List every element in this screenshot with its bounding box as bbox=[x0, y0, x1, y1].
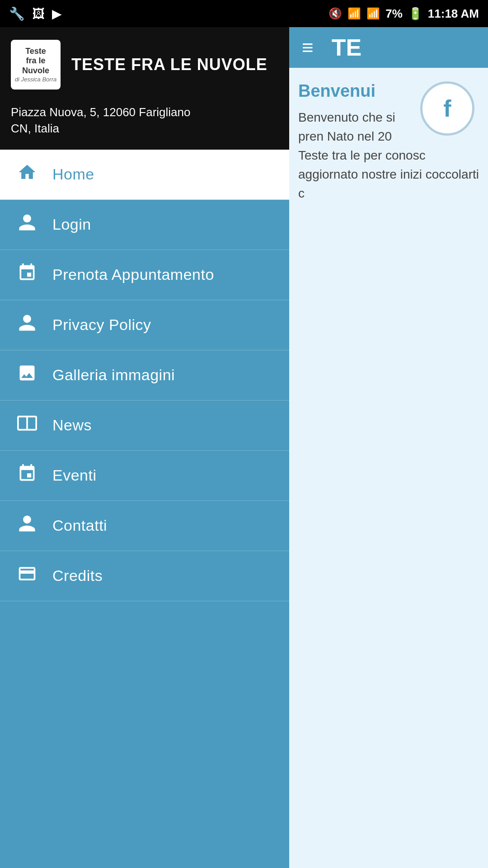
main-container: Teste fra le Nuvole di Jessica Borra TES… bbox=[0, 27, 488, 868]
news-icon bbox=[14, 413, 40, 438]
logo-line2: fra le bbox=[15, 56, 56, 66]
status-bar-left: 🔧 🖼 ▶ bbox=[9, 6, 62, 21]
signal-icon: 📶 bbox=[366, 7, 380, 20]
nav-login[interactable]: Login bbox=[0, 200, 289, 250]
sidebar-header: Teste fra le Nuvole di Jessica Borra TES… bbox=[0, 27, 289, 150]
status-bar-right: 🔇 📶 📶 7% 🔋 11:18 AM bbox=[328, 7, 479, 21]
hamburger-icon[interactable]: ≡ bbox=[302, 36, 314, 59]
top-bar: ≡ TE bbox=[289, 27, 488, 68]
no-sound-icon: 🔇 bbox=[328, 7, 342, 20]
nav-home[interactable]: Home bbox=[0, 150, 289, 200]
image-icon: 🖼 bbox=[32, 6, 45, 21]
app-logo-row: Teste fra le Nuvole di Jessica Borra TES… bbox=[11, 40, 267, 90]
nav-credits[interactable]: Credits bbox=[0, 551, 289, 601]
facebook-letter: f bbox=[443, 95, 451, 122]
nav-home-label: Home bbox=[52, 165, 94, 183]
address-line2: CN, Italia bbox=[11, 120, 190, 137]
right-panel-content: f Benvenui Benvenuto che si pren Nato ne… bbox=[289, 68, 488, 212]
credits-icon bbox=[14, 564, 40, 588]
app-title: TESTE FRA LE NUVOLE bbox=[71, 55, 267, 74]
top-bar-title: TE bbox=[332, 34, 361, 61]
nav-eventi-label: Eventi bbox=[52, 467, 97, 484]
right-panel: ≡ TE f Benvenui Benvenuto che si pren Na… bbox=[289, 27, 488, 868]
logo-inner: Teste fra le Nuvole di Jessica Borra bbox=[15, 47, 56, 83]
facebook-circle[interactable]: f bbox=[420, 81, 474, 136]
privacy-icon bbox=[14, 313, 40, 337]
status-bar: 🔧 🖼 ▶ 🔇 📶 📶 7% 🔋 11:18 AM bbox=[0, 0, 488, 27]
logo-subline: di Jessica Borra bbox=[15, 76, 56, 83]
logo-line3: Nuvole bbox=[15, 66, 56, 76]
address-line1: Piazza Nuova, 5, 12060 Farigliano bbox=[11, 104, 190, 120]
eventi-icon bbox=[14, 463, 40, 488]
nav-login-label: Login bbox=[52, 216, 91, 233]
sidebar: Teste fra le Nuvole di Jessica Borra TES… bbox=[0, 27, 289, 868]
wrench-icon: 🔧 bbox=[9, 6, 25, 21]
galleria-icon bbox=[14, 363, 40, 387]
nav-privacy-label: Privacy Policy bbox=[52, 316, 151, 334]
nav-contatti-label: Contatti bbox=[52, 517, 107, 534]
nav-news-label: News bbox=[52, 416, 92, 434]
battery-percent: 7% bbox=[385, 7, 403, 21]
app-logo: Teste fra le Nuvole di Jessica Borra bbox=[11, 40, 61, 90]
play-icon: ▶ bbox=[52, 6, 62, 21]
sidebar-bottom-fill bbox=[0, 601, 289, 868]
nav-news[interactable]: News bbox=[0, 401, 289, 451]
nav-eventi[interactable]: Eventi bbox=[0, 451, 289, 501]
logo-line1: Teste bbox=[15, 47, 56, 57]
contatti-icon bbox=[14, 514, 40, 538]
nav-galleria[interactable]: Galleria immagini bbox=[0, 350, 289, 401]
nav-prenota-label: Prenota Appuntamento bbox=[52, 266, 214, 283]
app-address: Piazza Nuova, 5, 12060 Farigliano CN, It… bbox=[11, 104, 190, 137]
home-icon bbox=[14, 162, 40, 187]
wifi-icon: 📶 bbox=[347, 7, 361, 20]
nav-galleria-label: Galleria immagini bbox=[52, 366, 175, 384]
nav-prenota[interactable]: Prenota Appuntamento bbox=[0, 250, 289, 300]
nav-contatti[interactable]: Contatti bbox=[0, 501, 289, 551]
time: 11:18 AM bbox=[428, 7, 479, 21]
prenota-icon bbox=[14, 263, 40, 287]
battery-icon: 🔋 bbox=[408, 7, 422, 21]
login-icon bbox=[14, 212, 40, 237]
nav-credits-label: Credits bbox=[52, 567, 103, 585]
nav-privacy[interactable]: Privacy Policy bbox=[0, 300, 289, 350]
